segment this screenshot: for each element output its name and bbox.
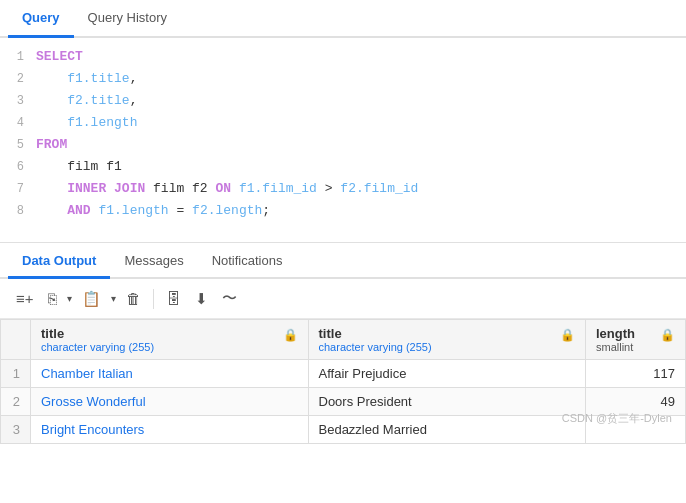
table-row: 1 Chamber Italian Affair Prejudice 117 bbox=[1, 360, 686, 388]
row-num-3: 3 bbox=[1, 416, 31, 444]
col-type-title-2: character varying (255) bbox=[319, 341, 576, 353]
cell-row2-title2: Doors President bbox=[308, 388, 586, 416]
copy-button[interactable]: ⎘ bbox=[42, 286, 63, 311]
col-name-title-1: title bbox=[41, 326, 298, 341]
paste-dropdown-button[interactable]: ▾ bbox=[109, 289, 118, 308]
watermark: CSDN @贫三年-Dylen bbox=[562, 411, 672, 426]
code-editor[interactable]: 1 SELECT 2 f1.title, 3 f2.title, 4 f1.le… bbox=[0, 38, 686, 243]
tab-notifications[interactable]: Notifications bbox=[198, 245, 297, 279]
lock-icon-1: 🔒 bbox=[283, 328, 298, 342]
tab-query-history[interactable]: Query History bbox=[74, 0, 181, 38]
col-header-title-1: 🔒 title character varying (255) bbox=[31, 320, 309, 360]
data-toolbar: ≡+ ⎘ ▾ 📋 ▾ 🗑 🗄 ⬇ 〜 bbox=[0, 279, 686, 319]
toolbar-separator-1 bbox=[153, 289, 154, 309]
tab-query[interactable]: Query bbox=[8, 0, 74, 38]
export-button[interactable]: ⬇ bbox=[189, 286, 214, 312]
col-header-rownum bbox=[1, 320, 31, 360]
top-tab-bar: Query Query History bbox=[0, 0, 686, 38]
lock-icon-2: 🔒 bbox=[560, 328, 575, 342]
code-line-6: 6 film f1 bbox=[0, 156, 686, 178]
code-line-4: 4 f1.length bbox=[0, 112, 686, 134]
cell-row1-title2: Affair Prejudice bbox=[308, 360, 586, 388]
chart-button[interactable]: 〜 bbox=[216, 285, 243, 312]
paste-button[interactable]: 📋 bbox=[76, 286, 107, 312]
bottom-tab-bar: Data Output Messages Notifications bbox=[0, 245, 686, 279]
row-num-1: 1 bbox=[1, 360, 31, 388]
code-line-7: 7 INNER JOIN film f2 ON f1.film_id > f2.… bbox=[0, 178, 686, 200]
delete-button[interactable]: 🗑 bbox=[120, 286, 147, 311]
code-line-5: 5 FROM bbox=[0, 134, 686, 156]
cell-row2-title1: Grosse Wonderful bbox=[31, 388, 309, 416]
import-db-button[interactable]: 🗄 bbox=[160, 286, 187, 311]
code-line-8: 8 AND f1.length = f2.length; bbox=[0, 200, 686, 222]
cell-row3-title1: Bright Encounters bbox=[31, 416, 309, 444]
code-line-2: 2 f1.title, bbox=[0, 68, 686, 90]
row-num-2: 2 bbox=[1, 388, 31, 416]
cell-row1-length: 117 bbox=[586, 360, 686, 388]
col-header-title-2: 🔒 title character varying (255) bbox=[308, 320, 586, 360]
cell-row1-title1: Chamber Italian bbox=[31, 360, 309, 388]
cell-row3-title2: Bedazzled Married bbox=[308, 416, 586, 444]
code-line-1: 1 SELECT bbox=[0, 46, 686, 68]
data-output-panel: 🔒 title character varying (255) 🔒 title … bbox=[0, 319, 686, 444]
copy-dropdown-button[interactable]: ▾ bbox=[65, 289, 74, 308]
col-name-title-2: title bbox=[319, 326, 576, 341]
add-row-button[interactable]: ≡+ bbox=[10, 286, 40, 311]
tab-data-output[interactable]: Data Output bbox=[8, 245, 110, 279]
lock-icon-3: 🔒 bbox=[660, 328, 675, 342]
code-line-3: 3 f2.title, bbox=[0, 90, 686, 112]
col-type-length: smallint bbox=[596, 341, 675, 353]
col-type-title-1: character varying (255) bbox=[41, 341, 298, 353]
tab-messages[interactable]: Messages bbox=[110, 245, 197, 279]
col-header-length: 🔒 length smallint bbox=[586, 320, 686, 360]
